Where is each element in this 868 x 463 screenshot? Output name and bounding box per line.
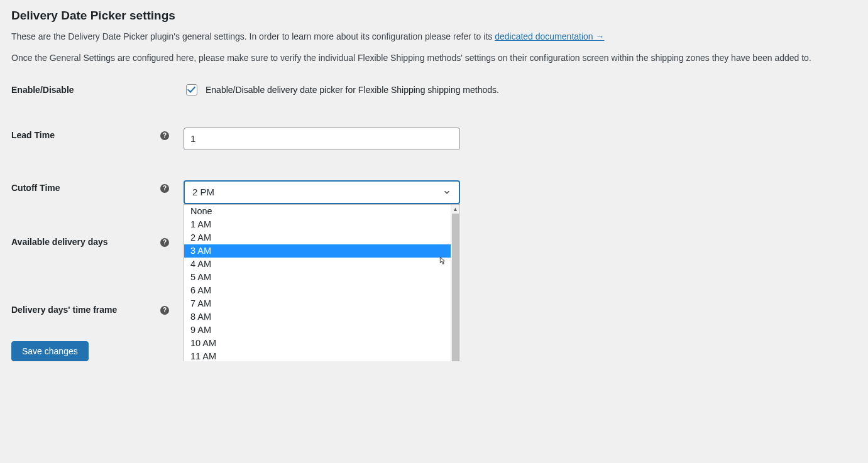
help-col-empty [157, 82, 172, 86]
settings-form: Enable/Disable Enable/Disable delivery d… [11, 82, 857, 361]
field-lead-time [172, 128, 857, 150]
field-cutoff-time: 2 PM None1 AM2 AM3 AM4 AM5 AM6 AM7 AM8 A… [172, 180, 857, 204]
scroll-track[interactable] [451, 214, 459, 361]
scroll-up-arrow-icon[interactable]: ▲ [451, 205, 459, 214]
label-lead-time: Lead Time [11, 128, 157, 140]
intro-paragraph-1: These are the Delivery Date Picker plugi… [11, 30, 857, 43]
cutoff-option[interactable]: 2 AM [184, 231, 451, 244]
help-lead-time: ? [157, 128, 172, 140]
row-lead-time: Lead Time ? [11, 128, 857, 150]
dropdown-scrollbar[interactable]: ▲ ▼ [451, 205, 459, 361]
cutoff-option[interactable]: 9 AM [184, 324, 451, 337]
cutoff-option[interactable]: 5 AM [184, 271, 451, 284]
label-enable-disable: Enable/Disable [11, 82, 157, 95]
field-enable-disable: Enable/Disable delivery date picker for … [172, 82, 857, 97]
label-available-days-text: Available delivery days [11, 237, 108, 247]
help-cutoff-time: ? [157, 180, 172, 193]
cutoff-option[interactable]: 3 AM [184, 244, 451, 258]
label-time-frame-text: Delivery days' time frame [11, 305, 117, 315]
label-cutoff-time: Cutoff Time [11, 180, 157, 193]
help-available-days: ? [157, 234, 172, 247]
intro-text: These are the Delivery Date Picker plugi… [11, 31, 495, 41]
cutoff-time-option-list: None1 AM2 AM3 AM4 AM5 AM6 AM7 AM8 AM9 AM… [184, 205, 451, 361]
scroll-thumb[interactable] [452, 214, 459, 361]
cutoff-option[interactable]: 7 AM [184, 297, 451, 310]
row-cutoff-time: Cutoff Time ? 2 PM None1 AM2 AM3 AM4 AM5… [11, 180, 857, 204]
cutoff-option[interactable]: 8 AM [184, 310, 451, 324]
intro-paragraph-2: Once the General Settings are configured… [11, 52, 857, 64]
enable-checkbox[interactable] [186, 84, 197, 95]
chevron-down-icon [442, 188, 451, 197]
help-icon[interactable]: ? [160, 184, 169, 193]
enable-checkbox-wrap[interactable]: Enable/Disable delivery date picker for … [184, 82, 857, 97]
row-enable-disable: Enable/Disable Enable/Disable delivery d… [11, 82, 857, 97]
label-cutoff-time-text: Cutoff Time [11, 183, 60, 193]
page-title: Delivery Date Picker settings [11, 9, 857, 23]
label-time-frame: Delivery days' time frame [11, 302, 157, 315]
cutoff-option[interactable]: 6 AM [184, 284, 451, 297]
label-available-days: Available delivery days [11, 234, 157, 247]
cutoff-option[interactable]: 10 AM [184, 337, 451, 350]
cutoff-time-selected-value: 2 PM [192, 187, 214, 197]
save-changes-button[interactable]: Save changes [11, 341, 89, 361]
documentation-link[interactable]: dedicated documentation → [495, 31, 604, 41]
cutoff-option[interactable]: 4 AM [184, 258, 451, 271]
cutoff-time-dropdown[interactable]: None1 AM2 AM3 AM4 AM5 AM6 AM7 AM8 AM9 AM… [184, 204, 460, 361]
cutoff-option[interactable]: None [184, 205, 451, 218]
enable-checkbox-label: Enable/Disable delivery date picker for … [206, 85, 499, 95]
help-time-frame: ? [157, 302, 172, 315]
help-icon[interactable]: ? [160, 238, 169, 247]
label-lead-time-text: Lead Time [11, 130, 55, 140]
cutoff-option[interactable]: 11 AM [184, 350, 451, 361]
help-icon[interactable]: ? [160, 131, 169, 140]
lead-time-input[interactable] [184, 128, 460, 150]
help-icon[interactable]: ? [160, 306, 169, 315]
cutoff-time-select[interactable]: 2 PM [184, 180, 460, 204]
cutoff-option[interactable]: 1 AM [184, 218, 451, 231]
